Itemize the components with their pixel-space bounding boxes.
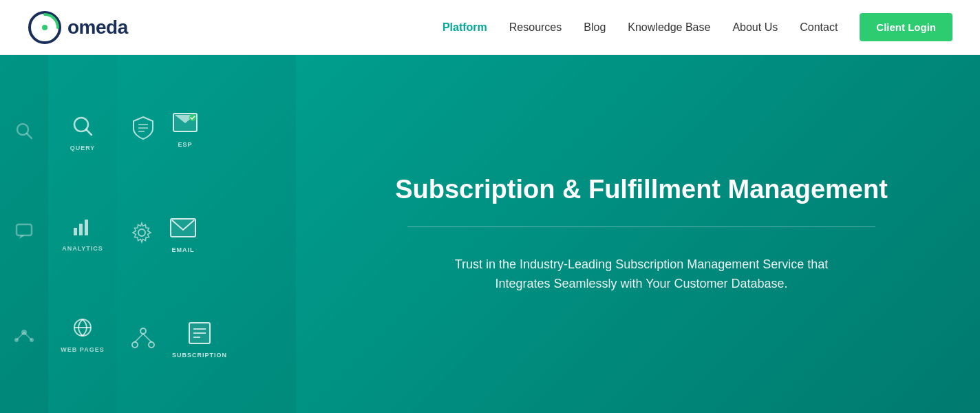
analytics-icon: [72, 215, 94, 242]
analytics-label: ANALYTICS: [62, 245, 103, 252]
strip-3: ESP EM: [117, 55, 296, 413]
nodes-icon-faint: [14, 322, 34, 346]
subscription-tile: SUBSCRIPTION: [172, 320, 227, 359]
logo-icon: [28, 10, 62, 45]
email-label: EMAIL: [172, 246, 195, 253]
query-label: QUERY: [70, 145, 96, 151]
nav-item-platform[interactable]: Platform: [443, 21, 487, 34]
subscription-icon: [187, 320, 213, 349]
svg-rect-12: [74, 228, 77, 235]
email-tile: EMAIL: [169, 215, 197, 253]
hero-left-panel: QUERY ANALYTICS: [0, 55, 296, 413]
svg-line-9: [24, 332, 32, 340]
logo-text: omeda: [67, 17, 128, 39]
share-icon-item: [131, 326, 156, 353]
esp-tile: ESP: [172, 109, 198, 148]
svg-line-28: [135, 334, 143, 342]
svg-point-26: [132, 342, 138, 348]
nav-item-resources[interactable]: Resources: [509, 21, 562, 34]
search-icon-faint: [15, 122, 33, 143]
svg-line-8: [17, 332, 24, 340]
chat-icon-faint: [15, 222, 33, 243]
nav-item-knowledge-base[interactable]: Knowledge Base: [628, 21, 710, 34]
hero-subtitle: Trust in the Industry-Leading Subscripti…: [428, 255, 855, 295]
svg-point-27: [149, 342, 154, 348]
esp-icon: [172, 109, 198, 138]
query-icon: [72, 115, 94, 142]
webpages-label: WEB PAGES: [61, 346, 104, 353]
shield-icon-item: [131, 115, 156, 142]
hero-divider: [407, 226, 875, 227]
subscription-label: SUBSCRIPTION: [172, 352, 227, 359]
svg-rect-13: [79, 224, 83, 235]
hero-title: Subscription & Fulfillment Management: [395, 174, 888, 206]
nav-item-contact[interactable]: Contact: [800, 21, 838, 34]
logo[interactable]: omeda: [28, 10, 128, 45]
nav-item-blog[interactable]: Blog: [584, 21, 606, 34]
svg-rect-4: [17, 224, 32, 235]
webpages-icon-item: WEB PAGES: [61, 317, 104, 353]
svg-point-25: [140, 328, 146, 334]
strip-1: [0, 55, 48, 413]
site-header: omeda Platform Resources Blog Knowledge …: [0, 0, 980, 55]
svg-line-3: [27, 134, 32, 138]
nav-item-about-us[interactable]: About Us: [732, 21, 778, 34]
analytics-icon-item: ANALYTICS: [62, 215, 103, 252]
main-nav: Platform Resources Blog Knowledge Base A…: [443, 13, 952, 41]
client-login-button[interactable]: Client Login: [860, 13, 952, 41]
svg-rect-14: [85, 220, 88, 235]
svg-line-11: [86, 129, 92, 135]
hero-section: QUERY ANALYTICS: [0, 55, 980, 413]
email-icon: [169, 215, 197, 244]
gear-icon-item: [131, 222, 153, 246]
esp-label: ESP: [178, 141, 192, 148]
svg-point-1: [42, 25, 47, 30]
svg-line-29: [143, 334, 151, 342]
strip-2: QUERY ANALYTICS: [48, 55, 117, 413]
webpages-icon: [72, 317, 94, 343]
query-icon-item: QUERY: [70, 115, 96, 151]
hero-content: Subscription & Fulfillment Management Tr…: [303, 133, 980, 335]
svg-point-23: [138, 229, 145, 236]
